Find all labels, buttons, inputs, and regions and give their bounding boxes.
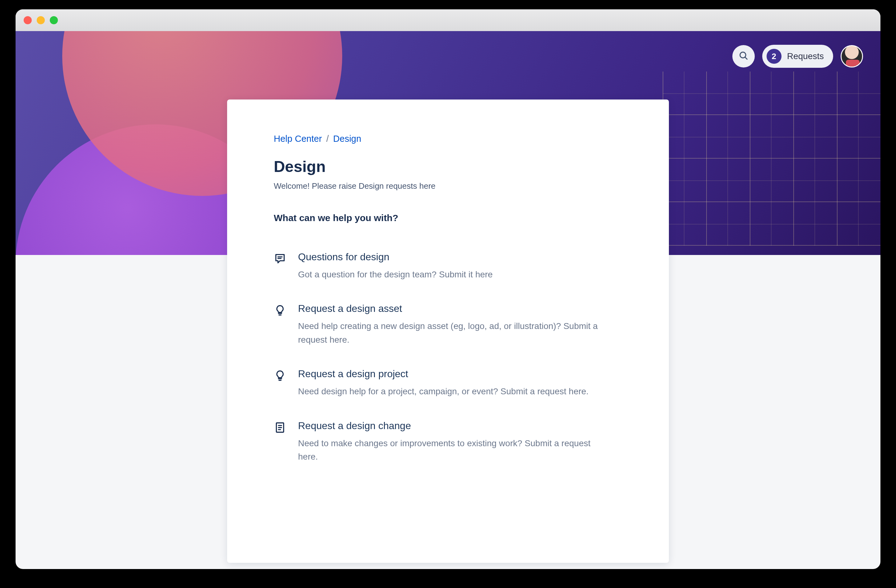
request-title: Request a design asset — [298, 303, 609, 315]
request-description: Need design help for a project, campaign… — [298, 384, 589, 398]
window-close-button[interactable] — [24, 16, 32, 24]
request-type-change[interactable]: Request a design change Need to make cha… — [274, 420, 622, 463]
content-card: Help Center / Design Design Welcome! Ple… — [227, 99, 669, 563]
top-actions: 2 Requests — [732, 45, 863, 68]
request-title: Questions for design — [298, 251, 493, 263]
request-type-questions[interactable]: Questions for design Got a question for … — [274, 251, 622, 281]
breadcrumb-separator: / — [326, 134, 329, 144]
breadcrumb: Help Center / Design — [274, 134, 622, 144]
page-subtitle: Welcome! Please raise Design requests he… — [274, 181, 622, 191]
request-description: Got a question for the design team? Subm… — [298, 268, 493, 281]
svg-line-1 — [745, 57, 747, 59]
lightbulb-icon — [274, 369, 286, 382]
request-type-project[interactable]: Request a design project Need design hel… — [274, 368, 622, 398]
request-description: Need to make changes or improvements to … — [298, 436, 609, 463]
request-type-list: Questions for design Got a question for … — [274, 251, 622, 463]
app-window: 2 Requests Help Center / Design Design W… — [15, 9, 881, 569]
request-description: Need help creating a new design asset (e… — [298, 319, 609, 346]
request-title: Request a design change — [298, 420, 609, 432]
lightbulb-icon — [274, 304, 286, 316]
section-heading: What can we help you with? — [274, 213, 622, 223]
requests-count-badge: 2 — [766, 49, 782, 64]
search-button[interactable] — [732, 45, 755, 67]
breadcrumb-current-link[interactable]: Design — [333, 134, 361, 144]
request-text: Questions for design Got a question for … — [298, 251, 493, 281]
decorative-grid — [663, 71, 881, 246]
document-icon — [274, 421, 286, 434]
window-zoom-button[interactable] — [50, 16, 58, 24]
chat-icon — [274, 252, 286, 265]
user-avatar[interactable] — [841, 45, 863, 67]
requests-button[interactable]: 2 Requests — [762, 45, 833, 68]
window-minimize-button[interactable] — [37, 16, 45, 24]
page-title: Design — [274, 158, 622, 176]
request-title: Request a design project — [298, 368, 589, 380]
request-type-asset[interactable]: Request a design asset Need help creatin… — [274, 303, 622, 346]
requests-label: Requests — [787, 51, 824, 61]
search-icon — [738, 50, 749, 62]
request-text: Request a design change Need to make cha… — [298, 420, 609, 463]
window-titlebar — [15, 9, 881, 31]
request-text: Request a design project Need design hel… — [298, 368, 589, 398]
breadcrumb-root-link[interactable]: Help Center — [274, 134, 322, 144]
request-text: Request a design asset Need help creatin… — [298, 303, 609, 346]
